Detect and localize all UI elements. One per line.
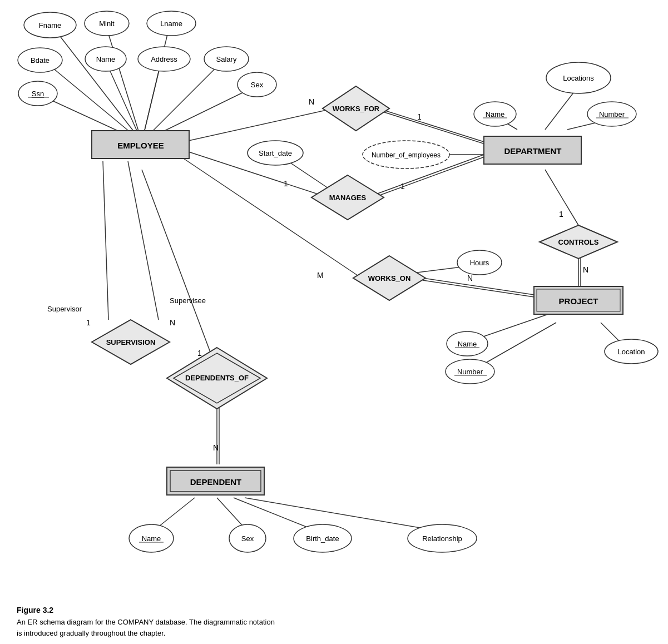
project-label: PROJECT xyxy=(559,296,598,306)
svg-line-9 xyxy=(184,108,334,142)
manages-1-dept: 1 xyxy=(400,182,405,191)
manages-label: MANAGES xyxy=(329,194,367,202)
minit-text: Minit xyxy=(99,19,115,28)
num-emp-text: Number_of_employees xyxy=(372,151,441,159)
supervisor-label: Supervisor xyxy=(47,305,82,313)
supervision-n: N xyxy=(170,318,175,327)
er-diagram-svg: EMPLOYEE DEPARTMENT PROJECT DEPENDENT WO… xyxy=(0,0,668,606)
works-on-label: WORKS_ON xyxy=(368,274,411,283)
employee-label: EMPLOYEE xyxy=(117,141,164,150)
dependent-label: DEPENDENT xyxy=(190,477,242,487)
supervision-label: SUPERVISION xyxy=(106,338,156,346)
caption-line1: An ER schema diagram for the COMPANY dat… xyxy=(17,617,406,628)
works-on-m: M xyxy=(317,271,324,280)
svg-line-1 xyxy=(106,25,142,142)
svg-line-10 xyxy=(378,108,484,142)
location-text: Location xyxy=(617,348,645,356)
dep-name-text: Name xyxy=(142,534,161,543)
supervisee-label: Supervisee xyxy=(170,296,206,305)
emp-name-text: Name xyxy=(96,55,116,63)
works-for-1: 1 xyxy=(417,112,422,121)
svg-line-3 xyxy=(44,61,142,142)
figure-caption: Figure 3.2 An ER schema diagram for the … xyxy=(17,606,406,638)
relationship-text: Relationship xyxy=(422,534,462,543)
start-date-text: Start_date xyxy=(259,149,292,157)
controls-n: N xyxy=(583,265,588,274)
dependents-of-n: N xyxy=(213,443,219,452)
controls-1: 1 xyxy=(559,210,563,219)
svg-line-28 xyxy=(478,323,556,367)
er-diagram-container: EMPLOYEE DEPARTMENT PROJECT DEPENDENT WO… xyxy=(0,0,668,606)
svg-line-25 xyxy=(423,280,534,297)
svg-line-26 xyxy=(417,267,462,273)
works-for-label: WORKS_FOR xyxy=(333,105,380,113)
svg-line-5 xyxy=(142,61,161,142)
svg-line-6 xyxy=(142,61,222,142)
supervision-1: 1 xyxy=(86,318,91,327)
svg-line-27 xyxy=(476,311,556,339)
svg-line-24 xyxy=(423,278,534,295)
works-on-n: N xyxy=(467,274,473,283)
hours-text: Hours xyxy=(470,259,489,267)
caption-title: Figure 3.2 xyxy=(17,606,406,615)
bdate-text: Bdate xyxy=(31,56,50,65)
svg-line-31 xyxy=(128,161,159,320)
dependents-of-1: 1 xyxy=(197,349,202,358)
dept-number-text: Number xyxy=(599,110,625,118)
proj-number-text: Number xyxy=(457,368,483,376)
dep-sex-text: Sex xyxy=(241,534,254,543)
caption-line2: is introduced gradually throughout the c… xyxy=(17,628,406,639)
fname-text: Fname xyxy=(39,21,61,29)
emp-sex-text: Sex xyxy=(251,81,264,89)
department-label: DEPARTMENT xyxy=(504,146,561,156)
svg-line-38 xyxy=(245,498,439,531)
svg-line-30 xyxy=(103,161,108,320)
svg-line-23 xyxy=(184,158,362,278)
birth-date-text: Birth_date xyxy=(306,534,339,543)
locations-text: Locations xyxy=(563,74,594,82)
svg-line-11 xyxy=(379,111,485,144)
lname-text: Lname xyxy=(160,19,182,28)
proj-name-text: Name xyxy=(458,340,477,348)
dept-name-text: Name xyxy=(486,110,505,118)
address-text: Address xyxy=(151,55,177,63)
dependents-of-label: DEPENDENTS_OF xyxy=(185,374,249,382)
manages-1-emp: 1 xyxy=(284,179,288,188)
works-for-n: N xyxy=(309,97,314,106)
salary-text: Salary xyxy=(216,55,237,63)
ssn-text: Ssn xyxy=(32,90,44,98)
controls-label: CONTROLS xyxy=(558,238,599,246)
